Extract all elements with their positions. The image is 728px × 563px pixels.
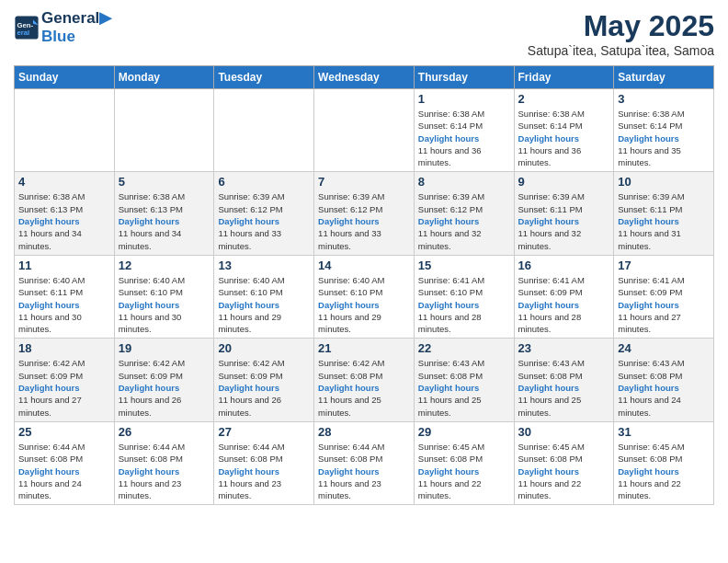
calendar-cell: 12Sunrise: 6:40 AMSunset: 6:10 PMDayligh… — [114, 255, 214, 338]
calendar-cell: 10Sunrise: 6:39 AMSunset: 6:11 PMDayligh… — [614, 172, 714, 255]
day-number: 12 — [119, 259, 210, 272]
daylight-hours: Daylight hours11 hours and 22 minutes. — [518, 466, 582, 501]
calendar-table: SundayMondayTuesdayWednesdayThursdayFrid… — [14, 65, 714, 505]
svg-text:eral: eral — [17, 29, 30, 37]
calendar-cell: 8Sunrise: 6:39 AMSunset: 6:12 PMDaylight… — [414, 172, 514, 255]
day-number: 9 — [518, 175, 610, 189]
day-info: Sunrise: 6:38 AMSunset: 6:13 PMDaylight … — [119, 190, 210, 251]
daylight-hours: Daylight hours11 hours and 25 minutes. — [318, 383, 381, 418]
calendar-cell: 17Sunrise: 6:41 AMSunset: 6:09 PMDayligh… — [614, 255, 714, 338]
calendar-week-4: 18Sunrise: 6:42 AMSunset: 6:09 PMDayligh… — [15, 339, 714, 421]
day-number: 31 — [618, 425, 710, 439]
daylight-hours: Daylight hours11 hours and 26 minutes. — [218, 383, 281, 418]
day-number: 27 — [218, 425, 310, 439]
month-title: May 2025 — [528, 9, 714, 43]
day-info: Sunrise: 6:45 AMSunset: 6:08 PMDaylight … — [418, 441, 510, 501]
daylight-hours: Daylight hours11 hours and 30 minutes. — [119, 300, 182, 335]
daylight-hours: Daylight hours11 hours and 23 minutes. — [218, 466, 281, 501]
daylight-hours: Daylight hours11 hours and 35 minutes. — [618, 133, 681, 168]
daylight-hours: Daylight hours11 hours and 23 minutes. — [119, 466, 182, 501]
day-header-monday: Monday — [114, 66, 214, 89]
calendar-week-3: 11Sunrise: 6:40 AMSunset: 6:11 PMDayligh… — [15, 255, 714, 338]
day-number: 23 — [518, 341, 610, 355]
day-number: 11 — [18, 259, 110, 272]
day-number: 7 — [318, 175, 410, 189]
calendar-cell: 31Sunrise: 6:45 AMSunset: 6:08 PMDayligh… — [614, 421, 714, 504]
day-number: 18 — [18, 341, 110, 355]
calendar-cell: 22Sunrise: 6:43 AMSunset: 6:08 PMDayligh… — [414, 339, 514, 421]
day-number: 28 — [318, 425, 410, 439]
day-number: 26 — [119, 425, 210, 439]
day-info: Sunrise: 6:41 AMSunset: 6:09 PMDaylight … — [618, 274, 710, 335]
calendar-cell — [214, 89, 314, 172]
day-info: Sunrise: 6:42 AMSunset: 6:09 PMDaylight … — [18, 357, 110, 418]
day-info: Sunrise: 6:39 AMSunset: 6:12 PMDaylight … — [318, 190, 410, 251]
day-number: 6 — [218, 175, 310, 189]
day-info: Sunrise: 6:45 AMSunset: 6:08 PMDaylight … — [618, 441, 710, 501]
daylight-hours: Daylight hours11 hours and 36 minutes. — [418, 133, 482, 168]
day-number: 25 — [18, 425, 110, 439]
daylight-hours: Daylight hours11 hours and 28 minutes. — [418, 300, 482, 335]
calendar-cell: 19Sunrise: 6:42 AMSunset: 6:09 PMDayligh… — [114, 339, 214, 421]
daylight-hours: Daylight hours11 hours and 27 minutes. — [618, 300, 681, 335]
day-number: 29 — [418, 425, 510, 439]
calendar-cell — [114, 89, 214, 172]
day-number: 13 — [218, 259, 310, 272]
daylight-hours: Daylight hours11 hours and 32 minutes. — [518, 216, 582, 251]
day-number: 4 — [18, 175, 110, 189]
day-info: Sunrise: 6:44 AMSunset: 6:08 PMDaylight … — [318, 441, 410, 501]
logo-text: General▶ Blue — [41, 9, 111, 45]
day-info: Sunrise: 6:39 AMSunset: 6:12 PMDaylight … — [218, 190, 310, 251]
calendar-cell: 9Sunrise: 6:39 AMSunset: 6:11 PMDaylight… — [514, 172, 614, 255]
daylight-hours: Daylight hours11 hours and 22 minutes. — [618, 466, 681, 501]
day-info: Sunrise: 6:40 AMSunset: 6:10 PMDaylight … — [218, 274, 310, 335]
calendar-cell: 29Sunrise: 6:45 AMSunset: 6:08 PMDayligh… — [414, 421, 514, 504]
day-number: 10 — [618, 175, 710, 189]
day-number: 30 — [518, 425, 610, 439]
day-header-thursday: Thursday — [414, 66, 514, 89]
daylight-hours: Daylight hours11 hours and 29 minutes. — [318, 300, 381, 335]
calendar-cell: 14Sunrise: 6:40 AMSunset: 6:10 PMDayligh… — [314, 255, 415, 338]
day-number: 20 — [218, 341, 310, 355]
calendar-header-row: SundayMondayTuesdayWednesdayThursdayFrid… — [15, 66, 714, 89]
day-info: Sunrise: 6:45 AMSunset: 6:08 PMDaylight … — [518, 441, 610, 501]
calendar-cell — [314, 89, 415, 172]
calendar-cell: 26Sunrise: 6:44 AMSunset: 6:08 PMDayligh… — [114, 421, 214, 504]
logo-icon: Gen- eral — [14, 15, 40, 40]
daylight-hours: Daylight hours11 hours and 30 minutes. — [18, 300, 82, 335]
day-info: Sunrise: 6:43 AMSunset: 6:08 PMDaylight … — [518, 357, 610, 418]
day-info: Sunrise: 6:44 AMSunset: 6:08 PMDaylight … — [119, 441, 210, 501]
day-number: 24 — [618, 341, 710, 355]
day-info: Sunrise: 6:41 AMSunset: 6:09 PMDaylight … — [518, 274, 610, 335]
daylight-hours: Daylight hours11 hours and 28 minutes. — [518, 300, 582, 335]
day-header-saturday: Saturday — [614, 66, 714, 89]
calendar-cell: 6Sunrise: 6:39 AMSunset: 6:12 PMDaylight… — [214, 172, 314, 255]
day-header-wednesday: Wednesday — [314, 66, 415, 89]
day-info: Sunrise: 6:44 AMSunset: 6:08 PMDaylight … — [18, 441, 110, 501]
day-info: Sunrise: 6:43 AMSunset: 6:08 PMDaylight … — [618, 357, 710, 418]
calendar-cell: 27Sunrise: 6:44 AMSunset: 6:08 PMDayligh… — [214, 421, 314, 504]
calendar-cell: 18Sunrise: 6:42 AMSunset: 6:09 PMDayligh… — [15, 339, 115, 421]
day-info: Sunrise: 6:41 AMSunset: 6:10 PMDaylight … — [418, 274, 510, 335]
calendar-week-1: 1Sunrise: 6:38 AMSunset: 6:14 PMDaylight… — [15, 89, 714, 172]
calendar-cell: 1Sunrise: 6:38 AMSunset: 6:14 PMDaylight… — [414, 89, 514, 172]
day-number: 2 — [518, 92, 610, 106]
calendar-cell: 2Sunrise: 6:38 AMSunset: 6:14 PMDaylight… — [514, 89, 614, 172]
day-info: Sunrise: 6:38 AMSunset: 6:14 PMDaylight … — [518, 108, 610, 168]
day-number: 17 — [618, 259, 710, 272]
title-area: May 2025 Satupa`itea, Satupa`itea, Samoa — [528, 9, 714, 58]
day-number: 19 — [119, 341, 210, 355]
daylight-hours: Daylight hours11 hours and 25 minutes. — [518, 383, 582, 418]
day-number: 1 — [418, 92, 510, 106]
day-number: 16 — [518, 259, 610, 272]
day-info: Sunrise: 6:38 AMSunset: 6:14 PMDaylight … — [418, 108, 510, 168]
calendar-cell: 30Sunrise: 6:45 AMSunset: 6:08 PMDayligh… — [514, 421, 614, 504]
day-info: Sunrise: 6:42 AMSunset: 6:08 PMDaylight … — [318, 357, 410, 418]
daylight-hours: Daylight hours11 hours and 34 minutes. — [119, 216, 182, 251]
daylight-hours: Daylight hours11 hours and 24 minutes. — [18, 466, 82, 501]
daylight-hours: Daylight hours11 hours and 31 minutes. — [618, 216, 681, 251]
daylight-hours: Daylight hours11 hours and 29 minutes. — [218, 300, 281, 335]
day-info: Sunrise: 6:43 AMSunset: 6:08 PMDaylight … — [418, 357, 510, 418]
day-number: 8 — [418, 175, 510, 189]
day-info: Sunrise: 6:38 AMSunset: 6:13 PMDaylight … — [18, 190, 110, 251]
